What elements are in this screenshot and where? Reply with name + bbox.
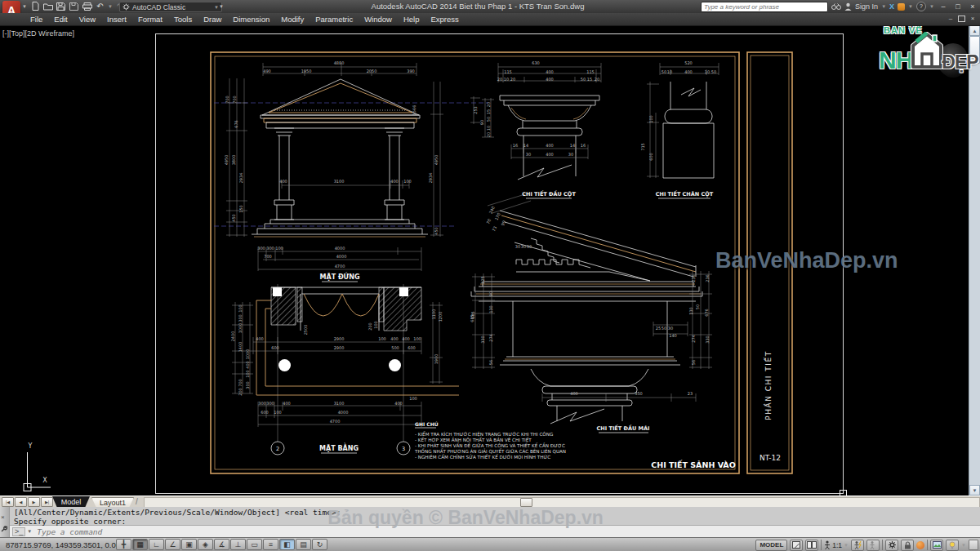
lwt-toggle[interactable]: ≡: [263, 539, 278, 550]
undo-icon[interactable]: ↶: [95, 2, 105, 11]
quick-view-drawings-icon[interactable]: [805, 540, 818, 551]
performance-icon[interactable]: [916, 541, 924, 549]
chevron-down-icon[interactable]: ▼: [881, 4, 886, 9]
plan-view: [232, 284, 459, 455]
menu-item-insert[interactable]: Insert: [101, 13, 132, 25]
minimize-button[interactable]: –: [938, 2, 949, 11]
a360-icon[interactable]: [898, 3, 905, 11]
next-tab-icon[interactable]: ▶: [28, 497, 40, 507]
dim-label: 130: [688, 307, 693, 315]
sign-in-link[interactable]: Sign In: [855, 2, 878, 11]
qp-toggle[interactable]: ▤: [296, 539, 311, 550]
command-line-panel: × [All/Center/Dynamic/Extents/Previous/S…: [0, 507, 980, 537]
vertical-scrollbar[interactable]: ▲ ▼: [969, 25, 980, 495]
doc-restore-icon[interactable]: [958, 16, 965, 22]
autoscale-icon[interactable]: [866, 540, 880, 551]
dim-label: 115: [586, 69, 595, 74]
dim-label: 100: [373, 321, 378, 329]
menu-item-tools[interactable]: Tools: [168, 13, 198, 25]
dim-label: 16: [513, 143, 518, 148]
osnap-toggle[interactable]: ▣: [181, 539, 197, 550]
annotation-visibility-icon[interactable]: [851, 540, 864, 551]
search-input[interactable]: [701, 2, 828, 12]
open-icon[interactable]: [42, 2, 53, 11]
horizontal-scrollbar-thumb[interactable]: [520, 498, 532, 507]
dim-label: 3800: [231, 155, 236, 166]
dim-label: 10: [705, 69, 710, 74]
exchange-apps-icon[interactable]: X: [889, 2, 894, 11]
chevron-down-icon[interactable]: ▼: [22, 4, 27, 9]
undo-dropdown-icon[interactable]: ▼: [108, 4, 113, 9]
viewport-controls[interactable]: [-][Top][2D Wireframe]: [2, 29, 74, 38]
lock-icon[interactable]: [901, 540, 914, 551]
dim-label: 4700: [335, 264, 345, 269]
clean-screen-button[interactable]: [969, 540, 978, 550]
toolbar-overflow-icon[interactable]: ▼: [219, 4, 224, 9]
menu-item-edit[interactable]: Edit: [48, 13, 73, 25]
polar-toggle[interactable]: ∠: [165, 539, 180, 550]
prev-tab-icon[interactable]: ◀: [15, 497, 27, 507]
chevron-down-icon[interactable]: ▼: [27, 529, 32, 534]
new-icon[interactable]: [29, 2, 40, 11]
model-space-button[interactable]: MODEL: [755, 540, 787, 551]
3dosnap-toggle[interactable]: ◈: [198, 539, 213, 550]
last-tab-icon[interactable]: ▶|: [41, 497, 53, 507]
close-button[interactable]: ×: [967, 2, 978, 11]
help-icon[interactable]: ?: [916, 2, 926, 11]
dim-label: 715: [640, 143, 645, 151]
menu-item-format[interactable]: Format: [132, 13, 168, 25]
ducs-toggle[interactable]: ⊥: [230, 539, 246, 550]
wrench-icon[interactable]: [1, 526, 7, 534]
ortho-toggle[interactable]: ∟: [149, 539, 164, 550]
workspace-dropdown[interactable]: AutoCAD Classic ▼: [119, 2, 222, 12]
save-as-icon[interactable]: [69, 2, 79, 11]
workspace-gear-icon[interactable]: [885, 540, 898, 551]
scroll-down-icon[interactable]: ▼: [969, 485, 980, 495]
sc-toggle[interactable]: ↻: [312, 539, 327, 550]
dim-label: 450: [434, 227, 439, 235]
plot-icon[interactable]: [82, 2, 92, 11]
save-icon[interactable]: [56, 2, 66, 11]
tpy-toggle[interactable]: ◧: [279, 539, 295, 550]
coordinates-readout[interactable]: 878715.9769, 149359.3501, 0.0000: [6, 540, 129, 549]
annotation-scale-value: 1:1: [832, 541, 842, 549]
snap-toggle[interactable]: ╋: [116, 539, 131, 550]
tray-bulb-icon[interactable]: [946, 540, 959, 551]
search-binoculars-icon[interactable]: [831, 3, 841, 11]
command-history[interactable]: [All/Center/Dynamic/Extents/Previous/Sca…: [10, 507, 980, 526]
close-icon[interactable]: ×: [1, 513, 5, 521]
doc-close-button[interactable]: ×: [968, 15, 978, 22]
otrack-toggle[interactable]: ∡: [214, 539, 229, 550]
chevron-down-icon[interactable]: ▼: [908, 4, 913, 9]
user-icon[interactable]: [844, 2, 852, 11]
tray-image-icon[interactable]: [930, 540, 943, 551]
dyn-toggle[interactable]: ▭: [247, 539, 262, 550]
dim-label: 50: [711, 69, 716, 74]
menu-item-help[interactable]: Help: [398, 13, 425, 25]
menu-item-file[interactable]: File: [24, 13, 48, 25]
command-input[interactable]: [35, 527, 980, 537]
model-space-canvas[interactable]: 4880490195020503907007006764950380029341…: [0, 25, 980, 495]
command-panel-grip[interactable]: ×: [0, 507, 10, 537]
annotation-scale-control[interactable]: 1:1 ▼: [824, 540, 849, 549]
menu-item-modify[interactable]: Modify: [275, 13, 310, 25]
grid-toggle[interactable]: ▦: [132, 539, 148, 550]
menu-item-window[interactable]: Window: [359, 13, 398, 25]
first-tab-icon[interactable]: |◀: [2, 497, 14, 507]
dim-label: 100: [275, 246, 283, 251]
menu-item-express[interactable]: Express: [425, 13, 464, 25]
dim-label: 685: [470, 314, 474, 322]
chevron-down-icon[interactable]: ▼: [929, 4, 934, 9]
doc-minimize-button[interactable]: –: [946, 15, 956, 22]
tab-model[interactable]: Model: [52, 496, 90, 508]
menu-item-view[interactable]: View: [74, 13, 101, 25]
quick-view-layouts-icon[interactable]: [790, 540, 803, 551]
dim-label: 300: [258, 401, 266, 406]
tray-dropdown-icon[interactable]: ▼: [961, 543, 966, 548]
maximize-button[interactable]: □: [952, 2, 964, 11]
menu-item-parametric[interactable]: Parametric: [310, 13, 359, 25]
dim-label: 225: [480, 276, 485, 284]
menu-item-dimension[interactable]: Dimension: [227, 13, 275, 25]
menu-item-draw[interactable]: Draw: [198, 13, 227, 25]
dim-label: 1000: [245, 349, 250, 360]
